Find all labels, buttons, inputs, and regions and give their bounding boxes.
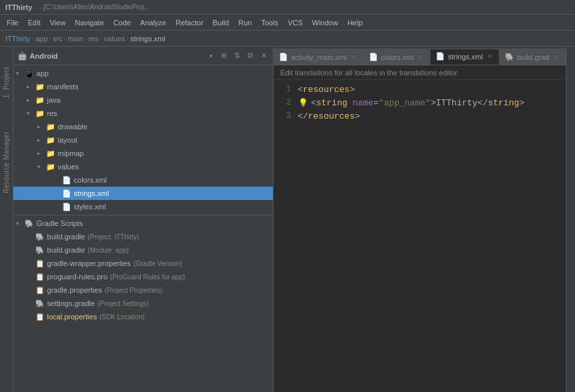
sync-icon[interactable]: ⇅: [231, 51, 242, 61]
values-label: values: [58, 163, 79, 171]
tab-strings-close[interactable]: ✕: [486, 53, 494, 60]
settings-gradle-icon: 🐘: [35, 298, 45, 309]
tree-item-settings-gradle[interactable]: 🐘 settings.gradle (Project Settings): [13, 297, 273, 310]
tree-item-layout[interactable]: ▸ 📁 layout: [13, 133, 273, 147]
project-side-label-text[interactable]: 1: Project: [3, 67, 10, 98]
app-icon: 📱: [24, 68, 35, 79]
attr-name: name: [353, 98, 374, 108]
tree-item-java[interactable]: ▸ 📁 java: [13, 93, 273, 107]
dropdown-arrow-icon[interactable]: ▾: [209, 53, 213, 59]
gradle-properties-icon: 📋: [35, 285, 45, 295]
menu-view[interactable]: View: [46, 17, 70, 28]
bracket-final: >: [519, 98, 524, 108]
menu-analyze[interactable]: Analyze: [136, 17, 170, 28]
code-content-3: </resources>: [298, 111, 560, 121]
proguard-sublabel: (ProGuard Rules for app): [110, 273, 185, 281]
tree-item-proguard[interactable]: 📋 proguard-rules.pro (ProGuard Rules for…: [13, 270, 273, 283]
gradle-scripts-label: Gradle Scripts: [37, 219, 83, 227]
tree-item-colors-xml[interactable]: 📄 colors.xml: [13, 173, 273, 187]
gradle-scripts-icon: 🐘: [24, 218, 35, 229]
menu-window[interactable]: Window: [308, 17, 342, 28]
gear-icon[interactable]: ⚙: [245, 51, 255, 61]
menu-navigate[interactable]: Navigate: [71, 17, 107, 28]
local-properties-sublabel: (SDK Location): [99, 313, 145, 321]
tree-item-mipmap[interactable]: ▸ 📁 mipmap: [13, 147, 273, 160]
code-line-1: 1 <resources>: [273, 83, 566, 96]
breadcrumb-item-5[interactable]: values: [104, 35, 125, 43]
menu-vcs[interactable]: VCS: [283, 17, 307, 28]
menu-help[interactable]: Help: [344, 17, 367, 28]
arrow-mipmap: ▸: [37, 150, 45, 157]
tab-build-gradle-close[interactable]: ✕: [552, 53, 560, 61]
tree-divider: [13, 215, 273, 215]
project-tree: ▾ 📱 app ▸ 📁 manifests ▸ 📁 java ▾ 📁 res: [13, 65, 273, 392]
tree-item-res[interactable]: ▾ 📁 res: [13, 107, 273, 120]
tree-item-gradle-properties[interactable]: 📋 gradle.properties (Project Properties): [13, 283, 273, 297]
tree-item-local-properties[interactable]: 📋 local.properties (SDK Location): [13, 310, 273, 323]
globe-icon[interactable]: ⊕: [218, 51, 229, 61]
menu-code[interactable]: Code: [109, 17, 135, 28]
breadcrumb-item-3[interactable]: main: [67, 35, 83, 43]
tab-activity-main-icon: 📄: [279, 53, 288, 61]
breadcrumb-item-1[interactable]: app: [35, 35, 47, 43]
tree-item-drawable[interactable]: ▸ 📁 drawable: [13, 120, 273, 133]
breadcrumb-item-0[interactable]: ITThirty: [5, 35, 30, 43]
gradle-wrapper-icon: 📋: [35, 258, 45, 269]
breadcrumb-item-4[interactable]: res: [89, 35, 99, 43]
tree-item-styles-xml[interactable]: 📄 styles.xml: [13, 200, 273, 213]
tree-item-build-gradle-project[interactable]: 🐘 build.gradle (Project: ITThirty): [13, 230, 273, 243]
tab-colors[interactable]: 📄 colors.xml ✕: [364, 49, 431, 65]
arrow-app: ▾: [16, 70, 24, 77]
tree-item-build-gradle-module[interactable]: 🐘 build.gradle (Module: app): [13, 243, 273, 257]
menu-tools[interactable]: Tools: [257, 17, 282, 28]
java-folder-icon: 📁: [35, 95, 45, 105]
code-area[interactable]: 1 <resources> 2 💡<string name="app_name"…: [273, 80, 566, 392]
tag-string-close: string: [488, 98, 519, 108]
build-gradle-module-sublabel: (Module: app): [87, 247, 129, 254]
tab-strings-icon: 📄: [436, 52, 445, 61]
bracket-open-3: </: [298, 111, 308, 121]
breadcrumb-item-2[interactable]: src: [53, 35, 63, 43]
lightbulb-icon: 💡: [298, 97, 308, 108]
menu-refactor[interactable]: Refactor: [171, 17, 207, 28]
menu-run[interactable]: Run: [234, 17, 255, 28]
tree-item-values[interactable]: ▾ 📁 values: [13, 160, 273, 173]
string-value: ITThirty: [436, 98, 477, 108]
tab-activity-main-close[interactable]: ✕: [350, 53, 358, 61]
breadcrumb-item-6[interactable]: strings.xml: [130, 35, 165, 43]
tab-build-gradle[interactable]: 🐘 build.grad ✕: [500, 49, 566, 65]
arrow-manifests: ▸: [27, 83, 35, 90]
arrow-res: ▾: [27, 110, 35, 117]
arrow-layout: ▸: [37, 137, 45, 143]
mipmap-label: mipmap: [58, 149, 84, 157]
settings-gradle-sublabel: (Project Settings): [97, 300, 149, 307]
close-icon[interactable]: ✕: [258, 51, 269, 61]
line-num-2: 2: [279, 98, 298, 107]
proguard-label: proguard-rules.pro: [47, 273, 108, 281]
tree-item-strings-xml[interactable]: 📄 strings.xml: [13, 187, 273, 200]
tree-item-gradle-scripts[interactable]: ▾ 🐘 Gradle Scripts: [13, 217, 273, 230]
tab-colors-icon: 📄: [369, 53, 378, 61]
tab-strings[interactable]: 📄 strings.xml ✕: [430, 49, 500, 65]
tab-activity-main[interactable]: 📄 activity_main.xml ✕: [273, 49, 364, 65]
strings-xml-label: strings.xml: [74, 189, 109, 197]
arrow-gradle: ▾: [16, 220, 24, 227]
layout-label: layout: [58, 136, 77, 144]
project-side-strip: 1: Project Resource Manager: [0, 47, 13, 392]
resource-manager-label-text[interactable]: Resource Manager: [3, 131, 10, 193]
menu-file[interactable]: File: [3, 17, 23, 28]
menu-build[interactable]: Build: [209, 17, 233, 28]
project-view-label: Android: [30, 52, 207, 60]
menu-edit[interactable]: Edit: [24, 17, 45, 28]
tree-item-gradle-wrapper[interactable]: 📋 gradle-wrapper.properties (Gradle Vers…: [13, 257, 273, 270]
proguard-icon: 📋: [35, 271, 45, 282]
arrow-drawable: ▸: [37, 123, 45, 130]
tree-item-manifests[interactable]: ▸ 📁 manifests: [13, 80, 273, 93]
tree-item-app[interactable]: ▾ 📱 app: [13, 67, 273, 80]
build-gradle-project-sublabel: (Project: ITThirty): [87, 233, 139, 241]
tab-colors-close[interactable]: ✕: [416, 53, 424, 61]
gradle-wrapper-label: gradle-wrapper.properties: [47, 259, 131, 267]
tab-build-gradle-icon: 🐘: [505, 53, 514, 61]
tag-string: string: [316, 98, 348, 108]
code-content-1: <resources>: [298, 85, 560, 95]
